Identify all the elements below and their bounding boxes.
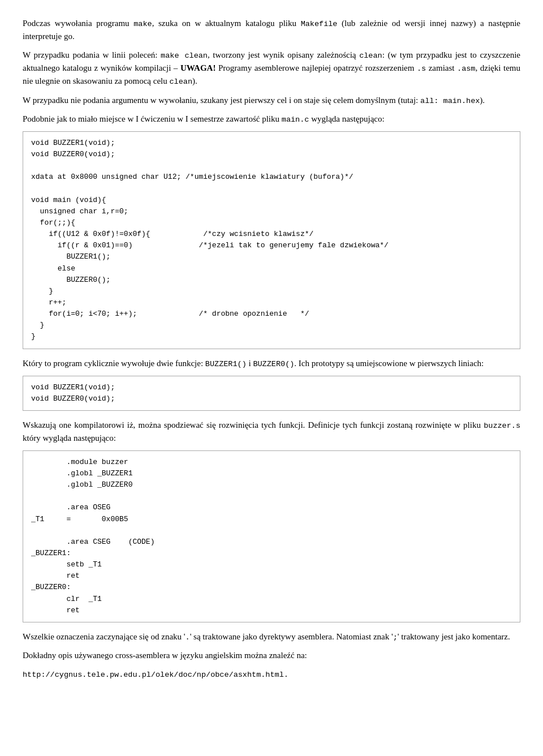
buzzer-line-2: .globl _BUZZER1 (31, 469, 132, 478)
paragraph-7: Wszelkie oznaczenia zaczynające się od z… (23, 630, 520, 643)
code-line-5: unsigned char i,r=0; (31, 207, 128, 216)
code-line-8: if((r & 0x01)==0) /*jezeli tak to generu… (31, 241, 389, 250)
inline-clean-2: clean (170, 78, 193, 86)
code-line-2: void BUZZER0(void); (31, 150, 115, 158)
paragraph-5: Który to program cyklicznie wywołuje dwi… (23, 357, 520, 370)
paragraph-4: Podobnie jak to miało miejsce w I ćwicze… (23, 113, 520, 126)
buzzer-line-7: _BUZZER1: (31, 549, 71, 557)
inline-dot-char: . (186, 633, 190, 642)
buzzer-line-3: .globl _BUZZER0 (31, 480, 132, 489)
code-block-buzzer: .module buzzer .globl _BUZZER1 .globl _B… (23, 450, 520, 622)
buzzer-line-12: ret (31, 606, 80, 615)
inline-makefile: Makefile (301, 20, 338, 28)
inline-buzzer1-call: BUZZER1() (205, 360, 247, 368)
paragraph-3: W przypadku nie podania argumentu w wywo… (23, 94, 520, 107)
code-line-3: xdata at 0x8000 unsigned char U12; /*umi… (31, 173, 354, 181)
code-line-9: BUZZER1(); (31, 252, 110, 261)
code-line-10: else (31, 264, 75, 273)
inline-semicolon-char: ; (393, 633, 398, 642)
buzzer-line-5: _T1 = 0x00B5 (31, 515, 128, 523)
code-line-4: void main (void){ (31, 196, 106, 204)
paragraph-8: Dokładny opis używanego cross-asemblera … (23, 649, 520, 662)
buzzer-line-10: _BUZZER0: (31, 583, 71, 591)
code-line-12: } (31, 287, 53, 295)
code-line-7: if((U12 & 0x0f)!=0x0f){ /*czy wcisnieto … (31, 230, 313, 238)
code-block-proto: void BUZZER1(void); void BUZZER0(void); (23, 376, 520, 411)
code-line-15: } (31, 321, 44, 329)
buzzer-line-8: setb _T1 (31, 560, 102, 569)
buzzer-line-4: .area OSEG (31, 503, 110, 512)
url-link: http://cygnus.tele.pw.edu.pl/olek/doc/np… (23, 671, 288, 679)
buzzer-line-6: .area CSEG (CODE) (31, 538, 154, 546)
buzzer-line-9: ret (31, 572, 80, 580)
buzzer-line-1: .module buzzer (31, 458, 128, 466)
inline-make-clean: make clean (161, 51, 208, 60)
inline-buzzer0-call: BUZZER0() (253, 360, 294, 368)
code-line-14: for(i=0; i<70; i++); /* drobne opoznieni… (31, 310, 309, 318)
code-block-main: void BUZZER1(void); void BUZZER0(void); … (23, 131, 520, 349)
proto-line-2: void BUZZER0(void); (31, 394, 115, 403)
inline-dot-s: .s (417, 65, 426, 73)
inline-clean: clean (359, 51, 382, 60)
code-line-6: for(;;){ (31, 218, 75, 227)
uwaga-text: UWAGA! (180, 63, 216, 72)
inline-all-main-hex: all: main.hex (420, 97, 480, 105)
proto-line-1: void BUZZER1(void); (31, 383, 115, 392)
inline-buzzer-s: buzzer.s (484, 422, 520, 430)
code-line-11: BUZZER0(); (31, 276, 110, 284)
paragraph-2: W przypadku podania w linii poleceń: mak… (23, 49, 520, 88)
code-line-16: } (31, 332, 36, 341)
inline-main-c: main.c (282, 115, 309, 124)
buzzer-line-11: clr _T1 (31, 595, 102, 603)
paragraph-8-url: http://cygnus.tele.pw.edu.pl/olek/doc/np… (23, 668, 520, 681)
code-line-13: r++; (31, 298, 66, 307)
paragraph-6: Wskazują one kompilatorowi iż, można spo… (23, 419, 520, 445)
inline-make: make (133, 20, 152, 28)
paragraph-1: Podczas wywołania programu make, szuka o… (23, 17, 520, 43)
inline-dot-asm: .asm (457, 65, 475, 73)
code-line-1: void BUZZER1(void); (31, 139, 115, 147)
